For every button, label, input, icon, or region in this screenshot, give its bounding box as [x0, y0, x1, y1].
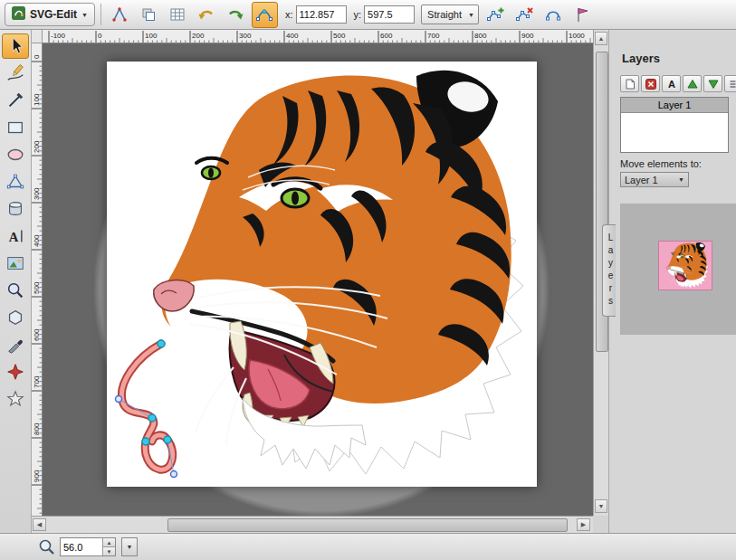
path-node[interactable] — [142, 438, 149, 445]
hexagon-icon — [5, 308, 25, 327]
scroll-down-button[interactable]: ▼ — [595, 499, 607, 513]
spinner-up-icon: ▲ — [107, 540, 112, 546]
scroll-right-button[interactable]: ▶ — [577, 518, 590, 531]
svg-text:A: A — [9, 230, 19, 244]
clone-button[interactable] — [136, 2, 162, 28]
zoom-increase-button[interactable]: ▲ — [103, 538, 115, 546]
new-layer-button[interactable] — [620, 75, 639, 92]
undo-arrow-icon — [197, 5, 215, 24]
svg-text:400: 400 — [33, 234, 41, 247]
star-tool-button[interactable] — [2, 386, 29, 412]
zoom-magnifier-icon — [38, 538, 56, 556]
scroll-up-button[interactable]: ▲ — [595, 32, 607, 45]
rectangle-tool-button[interactable] — [2, 115, 29, 140]
svg-text:200: 200 — [33, 140, 41, 153]
zoom-value-box: ▲ ▼ — [60, 537, 116, 556]
layer-preview-thumbnail[interactable] — [658, 241, 712, 290]
angle-tool-button[interactable] — [107, 2, 133, 28]
scroll-down-icon: ▼ — [598, 503, 605, 509]
svg-text:100: 100 — [145, 32, 158, 40]
zoom-preset-dropdown-button[interactable]: ▼ — [121, 537, 138, 556]
cylinder-icon — [5, 199, 25, 219]
path-node[interactable] — [148, 414, 156, 422]
main-menu-button[interactable]: SVG-Edit ▼ — [5, 3, 95, 26]
letter-a-icon: A — [666, 79, 677, 90]
zoom-input[interactable] — [61, 538, 102, 555]
segment-type-select[interactable]: Straight ▼ — [421, 5, 479, 24]
redo-arrow-icon — [226, 5, 244, 24]
undo-button[interactable] — [194, 2, 220, 28]
green-up-arrow-icon — [687, 79, 698, 90]
link-control-points-button[interactable] — [252, 2, 278, 28]
chevron-down-icon: ▼ — [81, 12, 88, 18]
shape-library-tool-button[interactable] — [2, 196, 29, 222]
open-path-button[interactable] — [540, 2, 566, 28]
pencil-tool-button[interactable] — [2, 61, 29, 86]
x-coordinate-label: x: — [285, 9, 293, 20]
horizontal-ruler: -10001002003004005006007008009001000 — [43, 30, 593, 43]
horizontal-scrollbar[interactable]: ◀ ▶ — [32, 516, 593, 533]
text-tool-icon: A — [5, 226, 25, 246]
line-icon — [5, 90, 25, 110]
text-tool-button[interactable]: A — [2, 223, 29, 249]
flag-button[interactable] — [569, 2, 595, 28]
ellipse-tool-button[interactable] — [2, 142, 29, 167]
layer-list: Layer 1 — [620, 97, 729, 153]
grid-button[interactable] — [165, 2, 191, 28]
select-tool-button[interactable] — [2, 33, 29, 59]
burst-tool-button[interactable] — [2, 359, 29, 384]
add-node-button[interactable] — [482, 2, 508, 28]
move-layer-down-button[interactable] — [703, 75, 722, 92]
layers-panel-tab[interactable]: Layers — [602, 224, 616, 317]
svg-text:300: 300 — [33, 187, 41, 200]
move-elements-select[interactable]: Layer 1 ▼ — [620, 172, 689, 187]
scroll-left-icon: ◀ — [37, 521, 42, 528]
chevron-down-icon: ▼ — [468, 12, 474, 18]
control-point-handle[interactable] — [171, 471, 177, 478]
svg-text:300: 300 — [239, 32, 252, 40]
scroll-right-icon: ▶ — [581, 521, 586, 528]
layer-menu-button[interactable] — [724, 75, 736, 92]
angle-lines-icon — [110, 5, 129, 24]
delete-node-button[interactable] — [511, 2, 537, 28]
rename-layer-button[interactable]: A — [662, 75, 681, 92]
redo-button[interactable] — [223, 2, 249, 28]
toolbar-separator — [100, 4, 101, 25]
svg-text:0: 0 — [33, 54, 41, 59]
path-tool-button[interactable] — [2, 169, 29, 195]
path-node[interactable] — [164, 436, 171, 443]
layer-row-selected[interactable]: Layer 1 — [621, 98, 728, 113]
zoom-spinner: ▲ ▼ — [102, 538, 115, 555]
path-triangle-icon — [5, 172, 25, 192]
y-coordinate-label: y: — [354, 9, 362, 20]
polygon-tool-button[interactable] — [2, 305, 29, 330]
main-menu-label: SVG-Edit — [30, 8, 77, 21]
image-tool-button[interactable] — [2, 251, 29, 276]
magnifier-icon — [5, 280, 25, 300]
horizontal-scroll-thumb[interactable] — [167, 518, 568, 532]
control-point-handle[interactable] — [116, 396, 122, 403]
scroll-left-button[interactable]: ◀ — [33, 518, 46, 531]
drawing-workspace[interactable] — [43, 43, 593, 516]
select-arrow-icon — [5, 36, 25, 56]
zoom-tool-button[interactable] — [2, 278, 29, 303]
delete-layer-button[interactable] — [641, 75, 660, 92]
path-node[interactable] — [158, 340, 165, 347]
curve-handles-icon — [255, 5, 273, 24]
zoom-decrease-button[interactable]: ▼ — [103, 546, 115, 555]
svgedit-logo-icon — [12, 6, 25, 23]
svg-text:500: 500 — [333, 32, 346, 40]
eyedropper-icon — [5, 335, 25, 355]
grid-icon — [168, 5, 186, 24]
x-coordinate-input[interactable] — [296, 5, 347, 24]
eyedropper-tool-button[interactable] — [2, 332, 29, 357]
new-page-icon — [625, 79, 636, 90]
line-tool-button[interactable] — [2, 88, 29, 113]
move-elements-value: Layer 1 — [625, 175, 658, 185]
y-coordinate-input[interactable] — [364, 5, 415, 24]
four-point-star-icon — [5, 362, 25, 382]
svg-canvas[interactable] — [107, 62, 537, 487]
move-layer-up-button[interactable] — [683, 75, 702, 92]
svg-text:900: 900 — [33, 470, 41, 482]
vertical-ruler: 0100200300400500600700800900 — [32, 43, 43, 516]
